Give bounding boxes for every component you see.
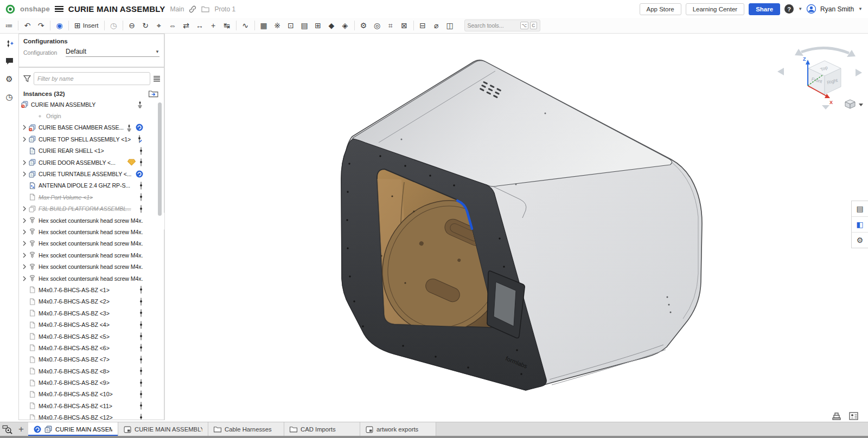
instance-row[interactable]: Hex socket countersunk head screw M4x... <box>19 261 164 272</box>
insert-folder-icon[interactable] <box>149 90 158 98</box>
link-icon[interactable] <box>189 5 196 13</box>
app-store-button[interactable]: App Store <box>640 3 681 15</box>
tool-section-view-icon[interactable]: ⊟ <box>416 20 430 31</box>
bom-table-button[interactable]: ▤ <box>852 201 868 217</box>
instance-row[interactable]: CURIE MAIN ASSEMBLY <box>19 99 164 110</box>
instance-row[interactable]: M4x0.7-6-BHCS-AS-BZ <2> <box>19 296 164 307</box>
expand-caret-icon[interactable] <box>21 229 28 235</box>
document-tab[interactable]: Cable Harnesses <box>208 422 284 436</box>
tool-bom-table-icon[interactable]: ▤ <box>298 20 311 31</box>
rotate-right-arrow-icon[interactable] <box>856 69 862 76</box>
instance-row[interactable]: Hex socket countersunk head screw M4x... <box>19 273 164 284</box>
tool-mass-properties-icon[interactable]: ◫ <box>443 20 457 31</box>
document-tab[interactable]: CURIE MAIN ASSEM... <box>28 422 118 436</box>
search-tabs-button[interactable] <box>0 422 14 436</box>
instance-row[interactable]: CURIE BASE CHAMBER ASSE... <box>19 122 164 133</box>
list-scrollbar[interactable] <box>158 102 162 216</box>
instance-row[interactable]: CURIE REAR SHELL <1> <box>19 145 164 157</box>
printer-icon[interactable] <box>832 412 841 420</box>
tool-slider-mate-icon[interactable]: ⇔ <box>166 20 180 31</box>
instance-row[interactable]: CURIE TOP SHELL ASSEMBLY <1> <box>19 133 164 145</box>
tool-mate-connector-icon[interactable]: ∿ <box>239 20 252 31</box>
tool-undo-icon[interactable]: ↶ <box>21 20 34 31</box>
instance-row[interactable]: M4x0.7-6-BHCS-AS-BZ <12> <box>19 412 164 420</box>
3d-viewport[interactable]: formlabs <box>164 34 868 420</box>
expand-caret-icon[interactable] <box>21 206 28 211</box>
instance-row[interactable]: M4x0.7-6-BHCS-AS-BZ <3> <box>19 307 164 319</box>
configurations-icon[interactable]: ⚙ <box>4 74 15 85</box>
tool-display-states-icon[interactable]: ⚙ <box>357 20 371 31</box>
tool-mate-icon[interactable]: ⊖ <box>125 20 139 31</box>
user-name[interactable]: Ryan Smith <box>820 5 854 13</box>
document-tab[interactable]: CURIE MAIN ASSEMBLY <box>118 422 208 436</box>
add-tab-button[interactable]: + <box>14 422 28 436</box>
tool-explode-view-icon[interactable]: ◆ <box>325 20 339 31</box>
tool-interference-icon[interactable]: ⌗ <box>384 20 398 31</box>
expand-caret-icon[interactable] <box>21 218 28 223</box>
document-tab[interactable]: artwork exports <box>360 422 436 436</box>
tool-assembly-feature-list-icon[interactable]: ≔ <box>2 20 16 31</box>
tool-pin-slot-mate-icon[interactable]: + <box>207 20 220 31</box>
expand-caret-icon[interactable] <box>21 137 28 142</box>
help-icon[interactable]: ? <box>784 4 794 14</box>
instance-row[interactable]: M4x0.7-6-BHCS-AS-BZ <5> <box>19 331 164 342</box>
view-cube[interactable]: Top Front Right Z X <box>773 44 865 115</box>
instance-row[interactable]: Max Part Volume <1> <box>19 191 164 203</box>
tool-fastened-mate-icon[interactable]: ↻ <box>139 20 152 31</box>
instance-row[interactable]: M4x0.7-6-BHCS-AS-BZ <1> <box>19 284 164 295</box>
learning-center-button[interactable]: Learning Center <box>686 3 744 15</box>
display-states-button[interactable]: ◧ <box>852 217 868 233</box>
instance-row[interactable]: M4x0.7-6-BHCS-AS-BZ <10> <box>19 389 164 400</box>
expand-caret-icon[interactable] <box>21 171 28 177</box>
versions-history-icon[interactable]: ◷ <box>4 92 15 102</box>
comments-icon[interactable] <box>4 56 15 67</box>
view-settings-button[interactable] <box>845 100 863 108</box>
instance-row[interactable]: Hex socket countersunk head screw M4x... <box>19 215 164 226</box>
filter-input[interactable] <box>34 72 150 85</box>
tool-mate-relation-icon[interactable]: ※ <box>271 20 284 31</box>
tool-measure-icon[interactable]: ⌀ <box>430 20 443 31</box>
tool-redo-icon[interactable]: ↷ <box>34 20 48 31</box>
tool-group-icon[interactable]: ▦ <box>257 20 271 31</box>
filter-icon[interactable] <box>23 75 31 82</box>
id-card-icon[interactable] <box>849 412 858 420</box>
expand-caret-icon[interactable] <box>21 276 28 281</box>
configuration-panel-button[interactable]: ⚙ <box>852 233 868 248</box>
instance-row[interactable]: Hex socket countersunk head screw M4x... <box>19 249 164 261</box>
configuration-select[interactable]: Default ▼ <box>66 48 159 57</box>
instance-row[interactable]: CURIE TURNTABLE ASSEMBLY <... <box>19 168 164 179</box>
user-caret-icon[interactable]: ▼ <box>858 7 863 11</box>
tool-parallel-mate-icon[interactable]: ↹ <box>220 20 234 31</box>
tool-pattern-icon[interactable]: ⊞ <box>311 20 325 31</box>
tool-cylindrical-mate-icon[interactable]: ↔ <box>193 20 207 31</box>
tool-clearance-icon[interactable]: ⊠ <box>398 20 411 31</box>
instance-row[interactable]: M4x0.7-6-BHCS-AS-BZ <9> <box>19 377 164 388</box>
mate-connector-rail-icon[interactable] <box>4 38 15 49</box>
document-tab[interactable]: CAD Imports <box>284 422 360 436</box>
instance-row[interactable]: Origin <box>19 110 164 121</box>
rotate-left-arrow-icon[interactable] <box>777 68 784 75</box>
expand-caret-icon[interactable] <box>21 125 28 130</box>
share-button[interactable]: Share <box>749 3 780 15</box>
workspace-name[interactable]: Main <box>170 5 184 13</box>
help-caret-icon[interactable]: ▼ <box>798 7 802 11</box>
user-avatar[interactable] <box>807 4 816 14</box>
tool-planar-mate-icon[interactable]: ⇄ <box>180 20 193 31</box>
tool-drive-mate-icon[interactable]: ◎ <box>371 20 384 31</box>
tool-named-positions-icon[interactable]: ◈ <box>339 20 352 31</box>
instance-row[interactable]: M4x0.7-6-BHCS-AS-BZ <8> <box>19 365 164 377</box>
expand-caret-icon[interactable] <box>21 264 28 269</box>
rotate-down-arrow-icon[interactable] <box>822 105 829 110</box>
instance-row[interactable]: M4x0.7-6-BHCS-AS-BZ <7> <box>19 354 164 365</box>
tool-orbit-mode-icon[interactable]: ◉ <box>53 20 66 31</box>
instance-row[interactable]: ANTENNA DIPOLE 2.4 GHZ RP-S... <box>19 180 164 191</box>
expand-caret-icon[interactable] <box>21 253 28 258</box>
instance-row[interactable]: M4x0.7-6-BHCS-AS-BZ <4> <box>19 319 164 330</box>
search-tools-field[interactable]: Search tools...⌥C <box>464 20 540 31</box>
project-name[interactable]: Proto 1 <box>214 5 235 13</box>
rotate-arrows-icon[interactable] <box>801 48 849 53</box>
tool-revolute-mate-icon[interactable]: ⌖ <box>152 20 166 31</box>
instance-row[interactable]: Hex socket countersunk head screw M4x... <box>19 238 164 249</box>
expand-caret-icon[interactable] <box>21 160 28 165</box>
main-menu-icon[interactable] <box>55 4 63 14</box>
